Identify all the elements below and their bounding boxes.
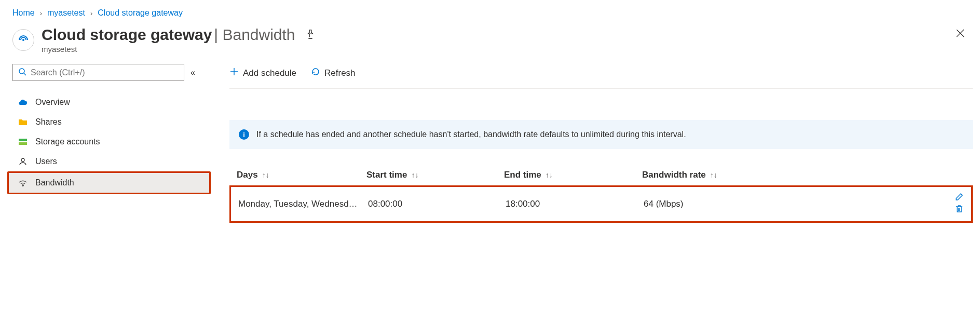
plus-icon [229,67,239,79]
refresh-button[interactable]: Refresh [311,67,356,79]
delete-icon[interactable] [955,204,964,213]
svg-point-3 [19,69,24,74]
sort-icon: ↑↓ [546,171,553,179]
main-content: Add schedule Refresh i If a schedule has… [199,64,973,223]
svg-rect-6 [19,142,27,145]
info-icon: i [239,129,249,140]
collapse-sidebar-icon[interactable]: « [190,68,195,77]
edit-icon[interactable] [955,192,964,201]
svg-point-0 [22,39,24,41]
column-header-start[interactable]: Start time↑↓ [366,170,504,180]
cell-end: 18:00:00 [506,199,644,209]
sidebar: « Overview Shares Storage accounts Users [12,64,199,223]
column-header-rate[interactable]: Bandwidth rate↑↓ [642,170,934,180]
page-subtitle: myasetest [42,45,953,53]
cell-rate: 64 (Mbps) [644,199,933,209]
column-header-end[interactable]: End time↑↓ [504,170,642,180]
sidebar-item-users[interactable]: Users [12,152,199,171]
page-title: Cloud storage gateway | Bandwidth [42,26,295,44]
sort-icon: ↑↓ [411,171,418,179]
breadcrumb-resource[interactable]: myasetest [47,8,85,18]
table-header-row: Days↑↓ Start time↑↓ End time↑↓ Bandwidth… [229,165,973,185]
search-input[interactable] [31,68,179,77]
chevron-right-icon: › [40,9,42,17]
info-text: If a schedule has ended and another sche… [256,130,686,139]
close-icon[interactable] [953,26,968,43]
page-header: Cloud storage gateway | Bandwidth myaset… [0,22,980,64]
wifi-icon [18,179,28,186]
schedule-table: Days↑↓ Start time↑↓ End time↑↓ Bandwidth… [229,165,973,223]
resource-gateway-icon [12,29,34,51]
search-icon [18,68,26,77]
cell-days: Monday, Tuesday, Wednesd… [233,199,368,209]
cell-start: 08:00:00 [368,199,506,209]
sort-icon: ↑↓ [262,171,269,179]
pin-icon[interactable] [305,29,316,42]
sort-icon: ↑↓ [710,171,717,179]
svg-line-4 [24,73,26,75]
sidebar-item-overview[interactable]: Overview [12,92,199,112]
column-header-days[interactable]: Days↑↓ [232,170,366,180]
svg-rect-5 [19,139,27,141]
folder-icon [18,118,28,126]
cloud-icon [18,99,28,106]
breadcrumb-home[interactable]: Home [12,8,35,18]
svg-point-7 [21,158,24,162]
add-schedule-button[interactable]: Add schedule [229,67,296,79]
search-box[interactable] [12,64,184,81]
svg-point-8 [22,185,24,186]
toolbar: Add schedule Refresh [229,64,973,89]
user-icon [18,157,28,166]
sidebar-item-storage[interactable]: Storage accounts [12,132,199,152]
refresh-icon [311,67,320,79]
info-banner: i If a schedule has ended and another sc… [229,120,973,149]
sidebar-item-shares[interactable]: Shares [12,112,199,132]
sidebar-item-bandwidth[interactable]: Bandwidth [7,171,211,194]
storage-icon [18,138,28,145]
chevron-right-icon: › [90,9,92,17]
breadcrumb: Home › myasetest › Cloud storage gateway [0,0,980,22]
breadcrumb-page[interactable]: Cloud storage gateway [98,8,183,18]
table-row[interactable]: Monday, Tuesday, Wednesd… 08:00:00 18:00… [229,185,973,223]
